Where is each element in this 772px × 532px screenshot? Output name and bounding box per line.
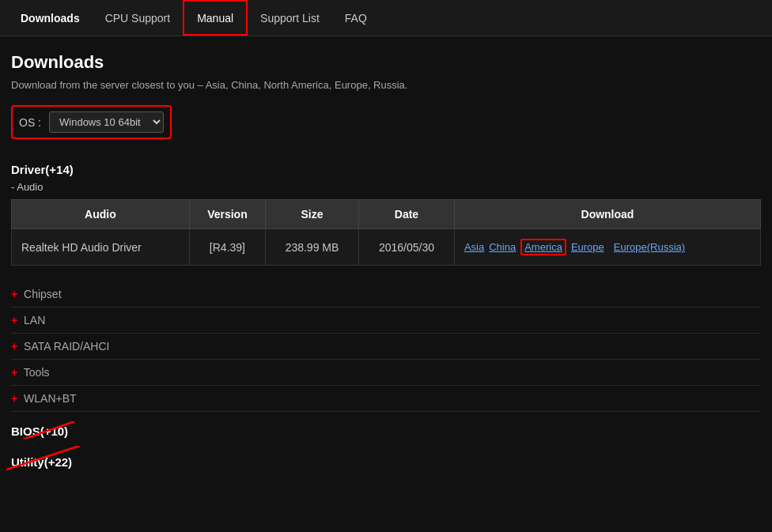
plus-icon: + — [11, 288, 17, 300]
driver-section-header: Driver(+14) — [11, 163, 761, 176]
driver-name: Realtek HD Audio Driver — [12, 229, 190, 266]
tools-label: Tools — [24, 366, 50, 379]
table-row: Realtek HD Audio Driver [R4.39] 238.99 M… — [12, 229, 761, 266]
chipset-section[interactable]: + Chipset — [11, 281, 761, 308]
col-header-date: Date — [358, 200, 454, 229]
top-navigation: Downloads CPU Support Manual Support Lis… — [0, 0, 772, 36]
bios-title: BIOS(+10) — [11, 424, 68, 438]
download-link-america[interactable]: America — [520, 239, 566, 255]
sata-section[interactable]: + SATA RAID/AHCI — [11, 334, 761, 360]
driver-download-links: Asia China America Europe Europe(Russia) — [454, 229, 760, 266]
download-link-europe-russia[interactable]: Europe(Russia) — [614, 241, 685, 253]
nav-cpu-support[interactable]: CPU Support — [93, 0, 183, 36]
nav-support-list[interactable]: Support List — [248, 0, 332, 36]
tools-section[interactable]: + Tools — [11, 360, 761, 386]
table-header-row: Audio Version Size Date Download — [12, 200, 761, 229]
sata-label: SATA RAID/AHCI — [24, 340, 109, 353]
chipset-label: Chipset — [24, 288, 61, 300]
plus-icon: + — [11, 340, 17, 353]
col-header-audio: Audio — [12, 200, 190, 229]
os-label: OS : — [19, 116, 41, 129]
download-link-asia[interactable]: Asia — [464, 241, 484, 253]
main-content: Downloads Download from the server close… — [0, 36, 772, 485]
os-select[interactable]: Windows 10 64bit Windows 10 32bit Window… — [49, 111, 164, 133]
utility-title-wrapper: Utility(+22) — [11, 449, 72, 469]
driver-size: 238.99 MB — [266, 229, 359, 266]
download-link-europe[interactable]: Europe — [571, 241, 604, 253]
page-title: Downloads — [11, 52, 761, 73]
nav-downloads[interactable]: Downloads — [8, 0, 93, 36]
bios-title-wrapper: BIOS(+10) — [11, 424, 68, 438]
plus-icon: + — [11, 366, 17, 379]
os-selector-container: OS : Windows 10 64bit Windows 10 32bit W… — [11, 105, 172, 139]
bios-section: BIOS(+10) Utility(+22) — [11, 424, 761, 469]
col-header-version: Version — [189, 200, 265, 229]
utility-title: Utility(+22) — [11, 455, 72, 469]
nav-faq[interactable]: FAQ — [332, 0, 380, 36]
download-link-china[interactable]: China — [489, 241, 516, 253]
nav-manual[interactable]: Manual — [183, 0, 248, 36]
col-header-download: Download — [454, 200, 760, 229]
wlan-section[interactable]: + WLAN+BT — [11, 386, 761, 412]
lan-label: LAN — [24, 314, 45, 326]
audio-download-table: Audio Version Size Date Download Realtek… — [11, 199, 761, 266]
wlan-label: WLAN+BT — [24, 392, 77, 405]
plus-icon: + — [11, 392, 17, 405]
lan-section[interactable]: + LAN — [11, 308, 761, 334]
driver-date: 2016/05/30 — [358, 229, 454, 266]
col-header-size: Size — [266, 200, 359, 229]
plus-icon: + — [11, 314, 17, 326]
driver-version: [R4.39] — [189, 229, 265, 266]
download-links-container: Asia China America Europe Europe(Russia) — [464, 239, 751, 255]
audio-subsection-label: - Audio — [11, 181, 761, 193]
page-subtitle: Download from the server closest to you … — [11, 79, 761, 91]
